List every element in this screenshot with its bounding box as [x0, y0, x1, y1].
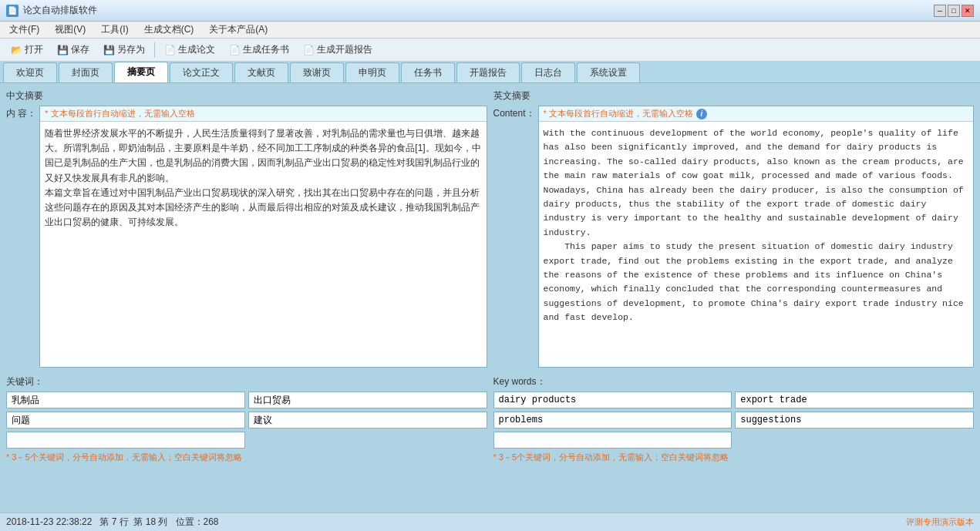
save-icon: 💾: [57, 45, 69, 55]
english-keywords-hint: * 3－5个关键词，分号自动添加，无需输入；空白关键词将忽略: [493, 452, 975, 463]
generate-report-icon: 📄: [303, 45, 315, 55]
english-abstract-panel: 英文摘要 Content： * 文本每段首行自动缩进，无需输入空格 i With…: [493, 89, 975, 506]
generate-report-label: 生成开题报告: [317, 43, 372, 56]
status-col: 第 18 列: [133, 516, 167, 527]
english-keyword-1[interactable]: [493, 392, 732, 408]
tab-references[interactable]: 文献页: [234, 62, 288, 82]
english-keywords-label: Key words：: [493, 375, 975, 388]
save-label: 保存: [71, 43, 89, 56]
open-icon: 📂: [11, 45, 22, 55]
english-keyword-4[interactable]: [735, 412, 974, 428]
chinese-abstract-textarea[interactable]: 随着世界经济发展水平的不断提升，人民生活质量得到了显著改善，对乳制品的需求量也与…: [40, 122, 486, 367]
english-hint-bar: * 文本每段首行自动缩进，无需输入空格 i: [539, 106, 973, 122]
english-keywords-grid: [493, 392, 975, 449]
english-keywords-section: Key words： * 3－5个关键词，分号自动添加，无需输入；空白关键词将忽…: [493, 375, 975, 463]
minimize-button[interactable]: ─: [934, 5, 946, 17]
chinese-hint-text: * 文本每段首行自动缩进，无需输入空格: [45, 108, 194, 119]
status-bar: 2018-11-23 22:38:22 第 7 行 第 18 列 位置：268 …: [0, 513, 980, 531]
watermark-text: 评测专用演示版本: [906, 516, 974, 528]
chinese-hint-bar: * 文本每段首行自动缩进，无需输入空格: [40, 106, 486, 122]
menu-generate[interactable]: 生成文档(C): [138, 22, 200, 38]
chinese-keywords-grid: [6, 392, 487, 449]
chinese-abstract-wrapper: * 文本每段首行自动缩进，无需输入空格 随着世界经济发展水平的不断提升，人民生活…: [39, 106, 487, 368]
app-icon: 📄: [6, 5, 19, 17]
tab-abstract[interactable]: 摘要页: [114, 62, 168, 82]
generate-task-icon: 📄: [229, 45, 241, 55]
status-datetime: 2018-11-23 22:38:22: [6, 516, 92, 527]
status-position: 位置：268: [176, 516, 219, 527]
save-as-icon: 💾: [103, 45, 115, 55]
generate-report-button[interactable]: 📄 生成开题报告: [297, 41, 379, 59]
menu-file[interactable]: 文件(F): [3, 22, 45, 38]
english-keyword-2[interactable]: [735, 392, 974, 408]
save-as-button[interactable]: 💾 另存为: [97, 41, 151, 59]
generate-task-label: 生成任务书: [243, 43, 289, 56]
generate-paper-label: 生成论文: [178, 43, 215, 56]
chinese-abstract-panel: 中文摘要 内 容： * 文本每段首行自动缩进，无需输入空格 随着世界经济发展水平…: [6, 89, 487, 506]
chinese-keywords-hint: * 3－5个关键词，分号自动添加，无需输入；空白关键词将忽略: [6, 452, 487, 463]
english-keyword-5[interactable]: [493, 432, 732, 449]
app-title: 论文自动排版软件: [23, 4, 97, 17]
english-abstract-title: 英文摘要: [493, 89, 975, 103]
english-abstract-textarea[interactable]: With the continuous development of the w…: [539, 122, 973, 367]
toolbar: 📂 打开 💾 保存 💾 另存为 📄 生成论文 📄 生成任务书 📄 生成开题报告: [0, 39, 980, 62]
chinese-keyword-3[interactable]: [6, 412, 245, 428]
chinese-keywords-section: 关键词： * 3－5个关键词，分号自动添加，无需输入；空白关键词将忽略: [6, 375, 487, 463]
menu-bar: 文件(F) 视图(V) 工具(I) 生成文档(C) 关于本产品(A): [0, 22, 980, 39]
main-content: 中文摘要 内 容： * 文本每段首行自动缩进，无需输入空格 随着世界经济发展水平…: [0, 83, 980, 513]
tab-declaration[interactable]: 申明页: [345, 62, 399, 82]
english-abstract-wrapper: * 文本每段首行自动缩进，无需输入空格 i With the continuou…: [538, 106, 974, 368]
tab-cover[interactable]: 封面页: [59, 62, 113, 82]
english-content-label: Content：: [493, 106, 535, 120]
chinese-keyword-2[interactable]: [248, 392, 487, 408]
menu-view[interactable]: 视图(V): [49, 22, 92, 38]
tab-openreport[interactable]: 开题报告: [456, 62, 520, 82]
tab-body[interactable]: 论文正文: [170, 62, 233, 82]
close-button[interactable]: ✕: [961, 5, 974, 17]
generate-task-button[interactable]: 📄 生成任务书: [223, 41, 295, 59]
tab-taskbook[interactable]: 任务书: [401, 62, 455, 82]
chinese-keyword-5[interactable]: [6, 432, 245, 449]
generate-paper-icon: 📄: [164, 45, 176, 55]
window-controls: ─ □ ✕: [934, 5, 974, 17]
chinese-content-label: 内 容：: [6, 106, 36, 120]
toolbar-separator-1: [154, 42, 155, 58]
chinese-abstract-title: 中文摘要: [6, 89, 487, 103]
tabs-bar: 欢迎页 封面页 摘要页 论文正文 文献页 致谢页 申明页 任务书 开题报告 日志…: [0, 62, 980, 83]
maximize-button[interactable]: □: [948, 5, 960, 17]
open-button[interactable]: 📂 打开: [5, 41, 49, 59]
chinese-keyword-4[interactable]: [248, 412, 487, 428]
save-as-label: 另存为: [117, 43, 145, 56]
chinese-keyword-1[interactable]: [6, 392, 245, 408]
english-hint-text: * 文本每段首行自动缩进，无需输入空格: [544, 108, 693, 119]
chinese-keywords-label: 关键词：: [6, 375, 487, 388]
tab-log[interactable]: 日志台: [521, 62, 575, 82]
english-keyword-3[interactable]: [493, 412, 732, 428]
save-button[interactable]: 💾 保存: [51, 41, 96, 59]
open-label: 打开: [25, 43, 43, 56]
title-bar: 📄 论文自动排版软件 ─ □ ✕: [0, 0, 980, 22]
menu-tools[interactable]: 工具(I): [95, 22, 134, 38]
tab-settings[interactable]: 系统设置: [577, 62, 640, 82]
status-row: 第 7 行: [99, 516, 128, 527]
tab-acknowledgement[interactable]: 致谢页: [290, 62, 344, 82]
info-icon[interactable]: i: [696, 109, 707, 119]
menu-about[interactable]: 关于本产品(A): [203, 22, 274, 38]
generate-paper-button[interactable]: 📄 生成论文: [158, 41, 221, 59]
status-info: 2018-11-23 22:38:22 第 7 行 第 18 列 位置：268: [6, 516, 219, 529]
tab-welcome[interactable]: 欢迎页: [3, 62, 57, 82]
